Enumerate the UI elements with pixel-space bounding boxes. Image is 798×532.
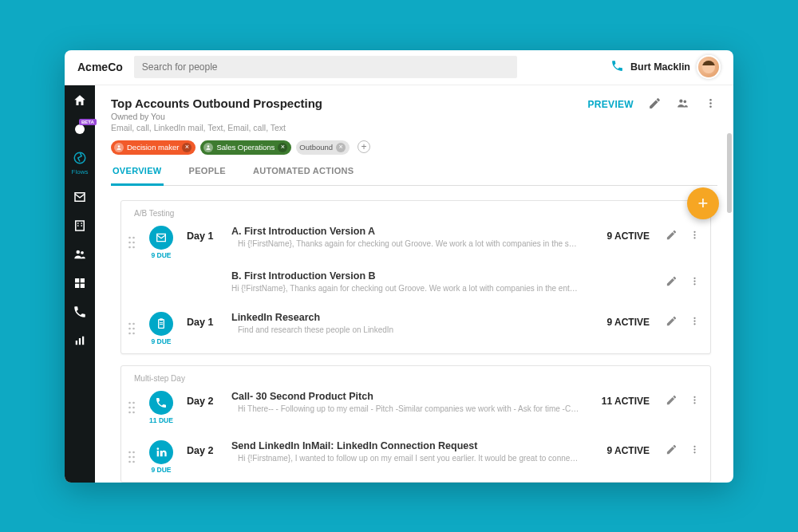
svg-rect-9 bbox=[75, 278, 79, 282]
due-count: 9 DUE bbox=[151, 466, 171, 474]
svg-point-46 bbox=[693, 320, 695, 321]
step-row: 11 DUEDay 2Call- 30 Second Product Pitch… bbox=[121, 383, 710, 432]
svg-rect-42 bbox=[160, 318, 163, 321]
svg-point-34 bbox=[693, 283, 695, 285]
drag-handle-icon[interactable] bbox=[128, 235, 136, 250]
more-icon[interactable] bbox=[689, 275, 701, 290]
step-title[interactable]: A. First Introduction Version A bbox=[231, 226, 581, 237]
edit-icon[interactable] bbox=[666, 315, 678, 330]
search-input[interactable] bbox=[134, 56, 517, 78]
svg-point-17 bbox=[684, 100, 687, 103]
step-subtitle: Hi {!Firstname}, I wanted to follow up o… bbox=[231, 454, 581, 463]
grid-icon[interactable] bbox=[73, 276, 87, 290]
person-icon bbox=[203, 143, 213, 152]
app-window: AcmeCo Burt Macklin BETA Flows bbox=[65, 50, 733, 483]
phone-icon bbox=[149, 391, 173, 415]
drag-handle-icon[interactable] bbox=[128, 321, 136, 336]
svg-point-52 bbox=[128, 411, 131, 413]
svg-point-45 bbox=[693, 317, 695, 318]
phone-icon bbox=[610, 59, 624, 75]
page-header: Top Accounts Outbound Prospecting Owned … bbox=[95, 85, 733, 186]
user-block[interactable]: Burt Macklin bbox=[610, 55, 721, 79]
svg-point-55 bbox=[693, 399, 695, 400]
edit-icon[interactable] bbox=[666, 394, 678, 409]
more-icon[interactable] bbox=[689, 229, 701, 244]
edit-icon[interactable] bbox=[666, 229, 678, 244]
building-icon[interactable] bbox=[73, 219, 87, 233]
svg-point-29 bbox=[693, 231, 695, 232]
people-icon[interactable] bbox=[676, 97, 689, 113]
more-icon[interactable] bbox=[704, 97, 717, 113]
people-icon[interactable] bbox=[73, 247, 87, 262]
page-title: Top Accounts Outbound Prospecting bbox=[111, 97, 588, 110]
day-label: Day 2 bbox=[187, 440, 223, 456]
fab-add-button[interactable]: + bbox=[687, 187, 719, 219]
tab-overview[interactable]: OVERVIEW bbox=[111, 166, 164, 186]
svg-point-53 bbox=[132, 411, 135, 413]
svg-rect-2 bbox=[76, 221, 85, 231]
edit-icon[interactable] bbox=[666, 275, 678, 290]
svg-point-60 bbox=[132, 455, 135, 458]
chip-close-icon[interactable]: × bbox=[278, 143, 287, 152]
step-title[interactable]: LinkedIn Research bbox=[231, 312, 581, 323]
svg-rect-41 bbox=[159, 319, 164, 328]
active-count: 9 ACTIVE bbox=[589, 226, 650, 242]
svg-point-19 bbox=[709, 102, 712, 104]
avatar[interactable] bbox=[697, 55, 721, 79]
drag-handle-icon[interactable] bbox=[128, 400, 136, 415]
step-title[interactable]: B. First Introduction Version B bbox=[231, 270, 581, 282]
beta-icon[interactable]: BETA bbox=[73, 122, 87, 136]
tab-people[interactable]: PEOPLE bbox=[188, 166, 227, 185]
more-icon[interactable] bbox=[689, 443, 701, 459]
tab-automated-actions[interactable]: AUTOMATED ACTIONS bbox=[251, 166, 356, 185]
svg-point-38 bbox=[132, 327, 135, 329]
chip[interactable]: Outbound× bbox=[296, 140, 350, 155]
svg-point-64 bbox=[157, 447, 160, 450]
home-icon[interactable] bbox=[73, 93, 87, 108]
flows-icon[interactable] bbox=[73, 151, 87, 165]
chip-close-icon[interactable]: × bbox=[182, 143, 192, 152]
section-label: Multi-step Day bbox=[121, 366, 710, 383]
svg-point-56 bbox=[693, 402, 695, 404]
edit-icon[interactable] bbox=[666, 443, 678, 459]
chip[interactable]: Sales Operations× bbox=[200, 140, 291, 155]
more-icon[interactable] bbox=[689, 315, 701, 330]
step-subtitle: Find and research these people on Linked… bbox=[231, 325, 581, 334]
chart-icon[interactable] bbox=[73, 333, 87, 348]
tabs: OVERVIEWPEOPLEAUTOMATED ACTIONS bbox=[111, 166, 717, 186]
due-count: 9 DUE bbox=[151, 251, 171, 259]
chip-add-button[interactable]: + bbox=[358, 140, 370, 153]
svg-point-16 bbox=[679, 99, 682, 102]
active-count: 9 ACTIVE bbox=[589, 440, 650, 456]
chip-close-icon[interactable]: × bbox=[336, 143, 346, 152]
svg-point-35 bbox=[128, 322, 131, 325]
svg-rect-11 bbox=[75, 283, 79, 287]
svg-point-39 bbox=[128, 332, 131, 334]
channels-text: Email, call, LinkedIn mail, Text, Email,… bbox=[111, 123, 588, 132]
step-subtitle: Hi {!FirstName}, Thanks again for checki… bbox=[231, 239, 581, 248]
step-subtitle: Hi There-- - Following up to my email - … bbox=[231, 404, 581, 413]
preview-button[interactable]: PREVIEW bbox=[588, 99, 634, 110]
svg-point-8 bbox=[81, 250, 84, 254]
drag-handle-icon[interactable] bbox=[128, 450, 136, 464]
svg-point-50 bbox=[128, 406, 131, 408]
svg-point-0 bbox=[75, 124, 85, 134]
step-variant-row: B. First Introduction Version BHi {!Firs… bbox=[121, 267, 710, 304]
more-icon[interactable] bbox=[689, 394, 701, 409]
due-count: 11 DUE bbox=[149, 416, 173, 424]
person-icon bbox=[114, 143, 124, 152]
chip[interactable]: Decision maker× bbox=[111, 140, 196, 155]
section-label: A/B Testing bbox=[121, 201, 710, 218]
step-badge: 9 DUE bbox=[144, 312, 179, 345]
mail-icon[interactable] bbox=[73, 190, 87, 204]
chip-label: Outbound bbox=[299, 143, 333, 152]
step-row: 9 DUEDay 2Send LinkedIn InMail: LinkedIn… bbox=[121, 432, 710, 482]
edit-icon[interactable] bbox=[648, 97, 662, 113]
step-title[interactable]: Call- 30 Second Product Pitch bbox=[231, 391, 581, 402]
chip-label: Sales Operations bbox=[216, 143, 275, 152]
svg-point-40 bbox=[132, 332, 135, 334]
call-icon[interactable] bbox=[73, 305, 87, 319]
step-title[interactable]: Send LinkedIn InMail: LinkedIn Connectio… bbox=[231, 440, 581, 451]
svg-point-20 bbox=[709, 105, 712, 108]
svg-point-36 bbox=[132, 322, 135, 325]
